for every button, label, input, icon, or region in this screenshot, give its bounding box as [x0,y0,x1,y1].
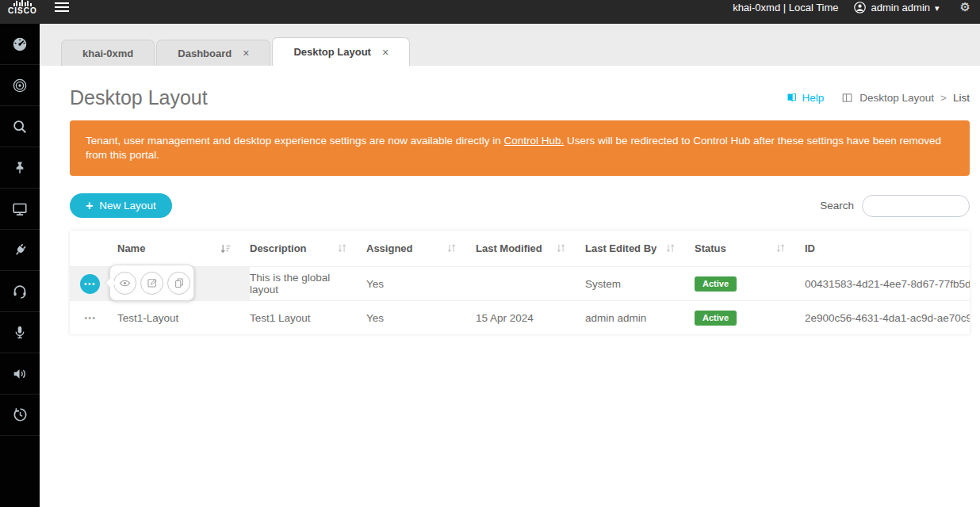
breadcrumb-separator: > [940,92,947,104]
sidebar-item-speaker[interactable] [0,353,40,395]
tab-label: Dashboard [178,48,232,59]
cell-last-edited-by: admin admin [585,301,695,334]
target-icon [11,77,29,94]
user-name: admin admin [871,2,930,13]
copy-icon [173,276,186,289]
plus-icon [86,200,93,212]
tab-khai-0xmd[interactable]: khai-0xmd [61,40,155,66]
table-row[interactable]: Test1-Layout Test1 Layout Yes 15 Apr 202… [70,300,970,334]
cell-last-modified [476,267,585,300]
column-header-assigned[interactable]: Assigned [366,231,476,266]
tab-label: Desktop Layout [293,46,371,58]
headset-icon [11,283,29,300]
control-hub-notice-banner: Tenant, user management and desktop expe… [70,120,970,176]
sidebar [0,24,40,507]
row-actions-button[interactable] [80,274,100,294]
copy-button[interactable] [167,272,190,295]
microphone-icon [12,325,28,341]
tab-label: khai-0xmd [82,48,133,59]
top-bar: CISCO khai-0xmd | Local Time admin admin [0,0,980,24]
sort-icon [556,243,566,254]
row-actions-button[interactable] [80,307,101,328]
gear-icon[interactable] [960,0,970,14]
sidebar-item-microphone[interactable] [0,312,40,353]
sort-icon [446,243,457,254]
column-header-description[interactable]: Description [250,231,366,266]
breadcrumb: Desktop Layout > List [841,92,970,104]
sidebar-item-audio-monitoring[interactable] [0,271,40,312]
cell-description: Test1 Layout [250,301,366,334]
column-header-status[interactable]: Status [695,231,805,266]
edit-button[interactable] [140,272,163,295]
new-layout-button[interactable]: New Layout [70,193,172,218]
sort-active-icon [220,243,231,254]
cisco-logo-text: CISCO [8,6,37,15]
search-input[interactable] [862,195,970,217]
sidebar-item-dashboard[interactable] [0,24,40,65]
sidebar-item-entry-points[interactable] [0,65,40,106]
sort-icon [775,243,786,254]
layouts-table: Name Description [70,231,970,334]
pin-icon [12,160,28,176]
cell-id: 00431583-4d21-4ee7-8d67-77fb5de [805,267,970,300]
cell-assigned: Yes [366,267,476,300]
cell-description: This is the global layout [250,267,366,300]
new-layout-label: New Layout [99,200,155,212]
user-menu[interactable]: admin admin [853,1,940,14]
tenant-local-time: khai-0xmd | Local Time [733,2,838,13]
edit-icon [146,276,159,289]
sort-icon [665,243,676,254]
tab-desktop-layout[interactable]: Desktop Layout [272,37,410,66]
cisco-logo: CISCO [8,0,37,15]
actions-column-spacer [70,231,117,266]
cell-last-modified: 15 Apr 2024 [476,301,585,334]
history-icon [12,406,29,423]
hamburger-menu-icon[interactable] [55,2,69,13]
sidebar-item-search[interactable] [0,106,40,147]
plug-icon [12,242,29,258]
search-label: Search [820,200,854,212]
table-row[interactable]: This is the global layout Yes System Act… [70,266,970,300]
cell-assigned: Yes [366,301,476,334]
book-icon [786,92,798,104]
tab-dashboard[interactable]: Dashboard [156,40,270,66]
tab-bar: khai-0xmd Dashboard Desktop Layout [40,24,980,66]
row-actions-popover [109,265,194,301]
chevron-down-icon [935,2,940,13]
sort-icon [337,243,347,254]
close-icon[interactable] [382,47,389,58]
dashboard-icon [11,36,29,53]
view-button[interactable] [113,272,136,295]
sidebar-item-history[interactable] [0,395,40,436]
column-header-last-modified[interactable]: Last Modified [476,231,585,266]
sidebar-item-desktop[interactable] [0,189,40,230]
cisco-bars-icon [13,0,32,6]
close-icon[interactable] [243,48,249,59]
desktop-icon [11,200,29,218]
cell-name: Test1-Layout [117,301,250,334]
user-icon [853,1,867,14]
cell-last-edited-by: System [585,267,695,300]
status-badge: Active [695,311,737,326]
status-badge: Active [695,276,737,292]
speaker-icon [11,365,29,383]
column-header-last-edited-by[interactable]: Last Edited By [585,231,695,266]
column-header-id[interactable]: ID [805,231,970,266]
banner-text: Tenant, user management and desktop expe… [86,135,504,147]
breadcrumb-current: List [953,92,970,104]
sidebar-item-pinned[interactable] [0,147,40,189]
page-title: Desktop Layout [70,86,208,109]
search-icon [11,118,29,135]
help-label: Help [802,92,825,104]
sidebar-item-integrations[interactable] [0,230,40,271]
layout-panes-icon [841,92,853,104]
breadcrumb-section[interactable]: Desktop Layout [859,92,934,104]
help-link[interactable]: Help [786,92,825,104]
table-header-row: Name Description [70,231,970,266]
cell-id: 2e900c56-4631-4da1-ac9d-ae70c9e [805,301,970,334]
eye-icon [118,276,132,290]
control-hub-link[interactable]: Control Hub. [504,135,565,147]
column-header-name[interactable]: Name [117,231,250,266]
